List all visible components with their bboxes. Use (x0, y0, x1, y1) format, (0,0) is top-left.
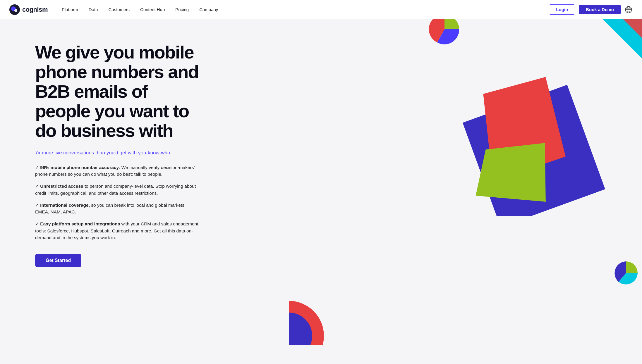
nav-data[interactable]: Data (89, 7, 98, 12)
decorative-shapes (289, 0, 642, 345)
svg-point-2 (14, 9, 17, 12)
svg-marker-11 (476, 76, 568, 181)
feature-item-2: Unrestricted access to person and compan… (35, 183, 199, 196)
feature-item-3: International coverage, so you can break… (35, 202, 199, 215)
feature-list: 98% mobile phone number accuracy. We man… (35, 164, 199, 241)
hero-title: We give you mobile phone numbers and B2B… (35, 43, 199, 141)
feature-bold-1: 98% mobile phone number accuracy (40, 165, 119, 170)
feature-bold-4: Easy platform setup and integrations (40, 221, 120, 226)
feature-bold-2: Unrestricted access (40, 184, 83, 189)
cognism-logo-icon (9, 4, 20, 15)
corner-shape-bottom-left (289, 292, 324, 345)
nav-customers[interactable]: Customers (109, 7, 130, 12)
feature-item-4: Easy platform setup and integrations wit… (35, 220, 199, 241)
feature-bold-3: International coverage, (40, 203, 90, 208)
feature-item-1: 98% mobile phone number accuracy. We man… (35, 164, 199, 178)
svg-rect-10 (463, 85, 605, 216)
main-shape-group (461, 64, 613, 216)
svg-point-13 (289, 301, 324, 345)
login-button[interactable]: Login (549, 4, 575, 15)
nav-pricing[interactable]: Pricing (175, 7, 189, 12)
book-demo-button[interactable]: Book a Demo (579, 5, 621, 14)
svg-point-14 (289, 313, 312, 345)
nav-content-hub[interactable]: Content Hub (140, 7, 165, 12)
cta-button[interactable]: Get Started (35, 254, 81, 267)
logo[interactable]: cognism (9, 4, 48, 15)
hero-content: We give you mobile phone numbers and B2B… (0, 19, 199, 345)
svg-marker-12 (476, 137, 551, 202)
nav-links: Platform Data Customers Content Hub Pric… (62, 7, 549, 12)
globe-icon[interactable] (624, 6, 633, 14)
logo-text: cognism (22, 6, 48, 13)
nav-company[interactable]: Company (199, 7, 218, 12)
main-content: We give you mobile phone numbers and B2B… (0, 0, 642, 345)
nav-actions: Login Book a Demo (549, 4, 633, 15)
pie-chart-bottom-right (613, 260, 639, 286)
navigation: cognism Platform Data Customers Content … (0, 0, 642, 19)
nav-platform[interactable]: Platform (62, 7, 78, 12)
hero-tagline: 7x more live conversations than you'd ge… (35, 150, 199, 156)
